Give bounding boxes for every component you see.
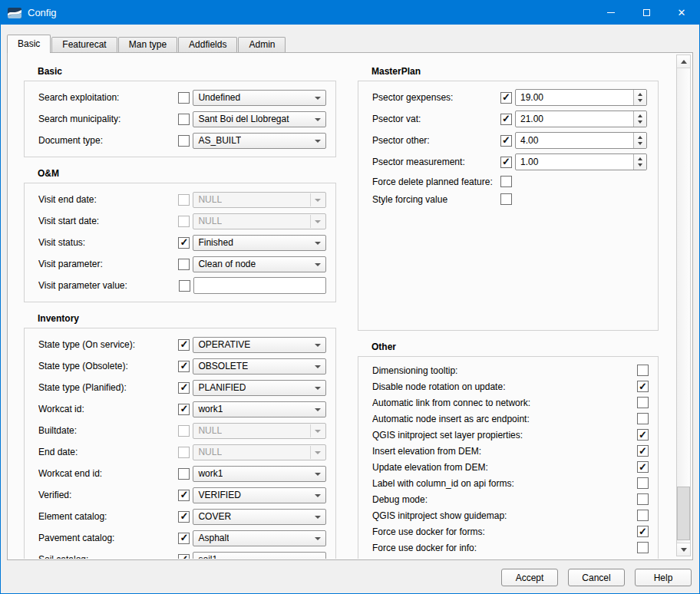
- verified-combobox[interactable]: VERIFIED: [193, 487, 326, 503]
- psector-gexpenses-spinbox[interactable]: 19.00: [515, 89, 647, 106]
- state-type-on-service-checkbox[interactable]: [178, 339, 190, 351]
- element-catalog-checkbox[interactable]: [178, 511, 190, 523]
- visit-parameter-combobox[interactable]: Clean of node: [193, 256, 326, 272]
- state-type-on-service-combobox[interactable]: OPERATIVE: [193, 337, 326, 353]
- automatic-link-from-connec-to-network-checkbox[interactable]: [637, 397, 649, 408]
- psector-measurement-value: 1.00: [520, 157, 538, 167]
- psector-measurement-spin-buttons[interactable]: [633, 154, 646, 170]
- visit-parameter-checkbox[interactable]: [178, 259, 190, 270]
- vertical-scrollbar[interactable]: [676, 54, 691, 556]
- tab-addfields[interactable]: Addfields: [178, 37, 237, 52]
- search-exploitation-checkbox[interactable]: [178, 92, 190, 104]
- psector-vat-spinbox[interactable]: 21.00: [515, 111, 647, 127]
- visit-status-combobox[interactable]: Finished: [193, 235, 326, 251]
- search-exploitation-combobox[interactable]: Undefined: [193, 90, 326, 106]
- psector-vat-value: 21.00: [520, 114, 543, 124]
- state-type-obsolete-checkbox[interactable]: [178, 361, 190, 372]
- cancel-button[interactable]: Cancel: [568, 569, 625, 586]
- scroll-down-button[interactable]: [677, 543, 690, 556]
- tab-admin[interactable]: Admin: [238, 37, 286, 52]
- disable-node-rotation-on-update-checkbox[interactable]: [637, 381, 649, 392]
- automatic-node-insert-as-arc-endpoint-checkbox[interactable]: [637, 413, 649, 424]
- style-forcing-value-checkbox[interactable]: [500, 193, 512, 205]
- visit-end-date-checkbox[interactable]: [178, 194, 190, 206]
- group-title: O&M: [38, 168, 336, 180]
- psector-measurement-spinbox[interactable]: 1.00: [515, 153, 647, 170]
- visit-parameter-value-input[interactable]: [193, 277, 327, 294]
- pavement-catalog-combobox[interactable]: Asphalt: [193, 530, 326, 546]
- tab-featurecat[interactable]: Featurecat: [51, 37, 117, 52]
- debug-mode-checkbox[interactable]: [637, 493, 649, 505]
- state-type-obsolete-value: OBSOLETE: [198, 361, 248, 371]
- qgis-initproject-show-guidemap-checkbox[interactable]: [637, 510, 649, 521]
- minimize-button[interactable]: [593, 1, 629, 25]
- soil-catalog-checkbox[interactable]: [178, 554, 190, 559]
- visit-parameter-value-checkbox[interactable]: [179, 280, 190, 292]
- psector-other-spinbox[interactable]: 4.00: [515, 132, 647, 149]
- visit-status-checkbox[interactable]: [178, 237, 190, 249]
- help-button[interactable]: Help: [635, 569, 692, 586]
- force-use-docker-for-info-checkbox[interactable]: [637, 542, 649, 553]
- state-type-planified-combobox[interactable]: PLANIFIED: [193, 380, 326, 396]
- spin-up-icon: [638, 136, 642, 139]
- tab-basic[interactable]: Basic: [7, 35, 51, 53]
- search-municipality-checkbox[interactable]: [178, 114, 190, 125]
- row-end-date: End date:NULL: [38, 441, 326, 463]
- row-pavement-catalog: Pavement catalog:Asphalt: [38, 527, 326, 549]
- group-box: Visit end date:NULLVisit start date:NULL…: [24, 183, 336, 302]
- force-delete-planned-feature-checkbox[interactable]: [500, 176, 512, 187]
- psector-vat-spin-buttons[interactable]: [633, 111, 646, 127]
- visit-parameter-value-label: Visit parameter value:: [38, 280, 179, 291]
- builtdate-checkbox[interactable]: [178, 425, 190, 437]
- arrow-up-icon: [681, 60, 687, 64]
- force-use-docker-for-forms-checkbox[interactable]: [637, 526, 649, 537]
- state-type-planified-checkbox[interactable]: [178, 382, 190, 394]
- row-qgis-initproject-show-guidemap: QGIS initproject show guidemap:: [372, 507, 649, 523]
- verified-label: Verified:: [38, 490, 178, 500]
- tab-man-type[interactable]: Man type: [118, 37, 177, 52]
- psector-other-checkbox[interactable]: [500, 135, 512, 147]
- row-builtdate: Builtdate:NULL: [38, 420, 326, 441]
- scroll-up-button[interactable]: [677, 55, 690, 68]
- visit-end-date-combobox[interactable]: NULL: [193, 192, 326, 208]
- group-o-m: O&MVisit end date:NULLVisit start date:N…: [24, 168, 336, 302]
- state-type-obsolete-combobox[interactable]: OBSOLETE: [193, 358, 326, 375]
- close-button[interactable]: [664, 1, 699, 25]
- end-date-checkbox[interactable]: [178, 447, 190, 458]
- workcat-id-checkbox[interactable]: [178, 404, 190, 415]
- soil-catalog-combobox[interactable]: soil1: [193, 552, 326, 559]
- verified-checkbox[interactable]: [178, 490, 190, 501]
- document-type-combobox[interactable]: AS_BUILT: [193, 133, 326, 149]
- search-municipality-combobox[interactable]: Sant Boi del Llobregat: [193, 111, 326, 127]
- psector-gexpenses-spin-buttons[interactable]: [633, 90, 646, 105]
- dimensioning-tooltip-checkbox[interactable]: [637, 365, 649, 376]
- scrollbar-thumb[interactable]: [677, 487, 690, 540]
- tab-pane: BasicSearch exploitation:UndefinedSearch…: [7, 52, 693, 560]
- workcat-end-id-checkbox[interactable]: [178, 468, 190, 480]
- workcat-id-label: Workcat id:: [38, 404, 178, 414]
- update-elevation-from-dem-checkbox[interactable]: [637, 461, 649, 473]
- insert-elevation-from-dem-checkbox[interactable]: [637, 445, 649, 457]
- pavement-catalog-checkbox[interactable]: [178, 533, 190, 544]
- psector-vat-checkbox[interactable]: [500, 114, 512, 125]
- maximize-button[interactable]: [629, 1, 664, 25]
- workcat-id-combobox[interactable]: work1: [193, 401, 326, 417]
- psector-gexpenses-checkbox[interactable]: [500, 92, 512, 104]
- visit-start-date-combobox[interactable]: NULL: [193, 213, 326, 229]
- document-type-checkbox[interactable]: [178, 135, 190, 147]
- style-forcing-value-label: Style forcing value: [372, 194, 500, 205]
- workcat-end-id-combobox[interactable]: work1: [193, 466, 326, 482]
- update-elevation-from-dem-label: Update elevation from DEM:: [372, 462, 637, 473]
- builtdate-combobox[interactable]: NULL: [193, 423, 326, 439]
- end-date-combobox[interactable]: NULL: [193, 444, 326, 460]
- psector-other-spin-buttons[interactable]: [633, 133, 646, 148]
- element-catalog-combobox[interactable]: COVER: [193, 509, 326, 525]
- chevron-down-icon: [315, 451, 321, 454]
- accept-button[interactable]: Accept: [501, 569, 558, 586]
- spin-down-icon: [638, 142, 642, 145]
- label-with-column-id-on-api-forms-checkbox[interactable]: [637, 477, 649, 489]
- qgis-initproject-set-layer-propierties-checkbox[interactable]: [637, 429, 649, 441]
- visit-start-date-checkbox[interactable]: [178, 216, 190, 227]
- psector-measurement-checkbox[interactable]: [500, 157, 512, 168]
- disable-node-rotation-on-update-label: Disable node rotation on update:: [372, 381, 637, 392]
